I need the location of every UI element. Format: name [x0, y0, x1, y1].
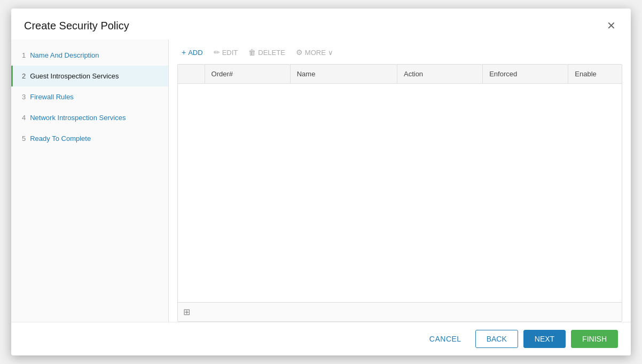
more-button[interactable]: ⚙ MORE ∨: [292, 46, 338, 59]
delete-label: DELETE: [258, 49, 285, 57]
step-number: 5: [22, 134, 26, 143]
col-header-enforced: Enforced: [483, 65, 568, 84]
chevron-down-icon: ∨: [328, 49, 333, 57]
sidebar-item-guest-introspection[interactable]: 2 Guest Introspection Services: [11, 66, 168, 86]
table-header-row: Order# Name Action Enforced: [178, 65, 622, 84]
add-label: ADD: [188, 49, 202, 57]
edit-button[interactable]: ✏ EDIT: [209, 46, 242, 59]
close-button[interactable]: ✕: [605, 18, 618, 33]
step-number: 3: [22, 93, 26, 101]
toolbar: + ADD ✏ EDIT 🗑 DELETE ⚙ MORE ∨: [169, 39, 631, 64]
finish-button[interactable]: FINISH: [571, 330, 618, 348]
step-label: Name And Description: [30, 51, 99, 59]
more-label: MORE: [305, 49, 326, 57]
step-label: Network Introspection Services: [30, 114, 126, 122]
gear-icon: ⚙: [296, 48, 303, 57]
step-label: Firewall Rules: [30, 93, 74, 101]
delete-button[interactable]: 🗑 DELETE: [244, 46, 289, 59]
sidebar-item-ready-to-complete[interactable]: 5 Ready To Complete: [11, 128, 168, 149]
col-checkbox: [178, 65, 205, 84]
step-label: Guest Introspection Services: [30, 72, 119, 80]
data-table: Order# Name Action Enforced: [178, 65, 622, 84]
table-empty-area: [178, 84, 622, 302]
add-button[interactable]: + ADD: [177, 46, 207, 59]
columns-icon[interactable]: ⊞: [183, 307, 190, 317]
modal-header: Create Security Policy ✕: [11, 9, 631, 39]
table-container: Order# Name Action Enforced: [177, 64, 622, 322]
col-header-action: Action: [397, 65, 482, 84]
content-area: + ADD ✏ EDIT 🗑 DELETE ⚙ MORE ∨: [169, 39, 631, 322]
delete-icon: 🗑: [248, 48, 256, 57]
col-header-enable: Enable: [568, 65, 622, 84]
sidebar: 1 Name And Description 2 Guest Introspec…: [11, 39, 169, 322]
col-header-order: Order#: [205, 65, 290, 84]
table-footer: ⊞: [178, 302, 622, 321]
cancel-button[interactable]: CANCEL: [421, 330, 470, 347]
modal-title: Create Security Policy: [24, 20, 129, 32]
modal-body: 1 Name And Description 2 Guest Introspec…: [11, 39, 631, 322]
edit-label: EDIT: [222, 49, 238, 57]
modal-footer: CANCEL BACK NEXT FINISH: [11, 322, 631, 355]
step-number: 1: [22, 51, 26, 59]
next-button[interactable]: NEXT: [523, 330, 566, 348]
step-label: Ready To Complete: [30, 134, 91, 143]
sidebar-item-network-introspection[interactable]: 4 Network Introspection Services: [11, 107, 168, 128]
col-header-name: Name: [290, 65, 397, 84]
step-number: 4: [22, 114, 26, 122]
step-number: 2: [22, 72, 26, 80]
sidebar-item-name-desc[interactable]: 1 Name And Description: [11, 45, 168, 66]
sidebar-item-firewall-rules[interactable]: 3 Firewall Rules: [11, 86, 168, 107]
edit-icon: ✏: [214, 48, 220, 57]
add-icon: +: [182, 48, 186, 57]
back-button[interactable]: BACK: [475, 330, 518, 348]
create-security-policy-modal: Create Security Policy ✕ 1 Name And Desc…: [11, 9, 631, 355]
